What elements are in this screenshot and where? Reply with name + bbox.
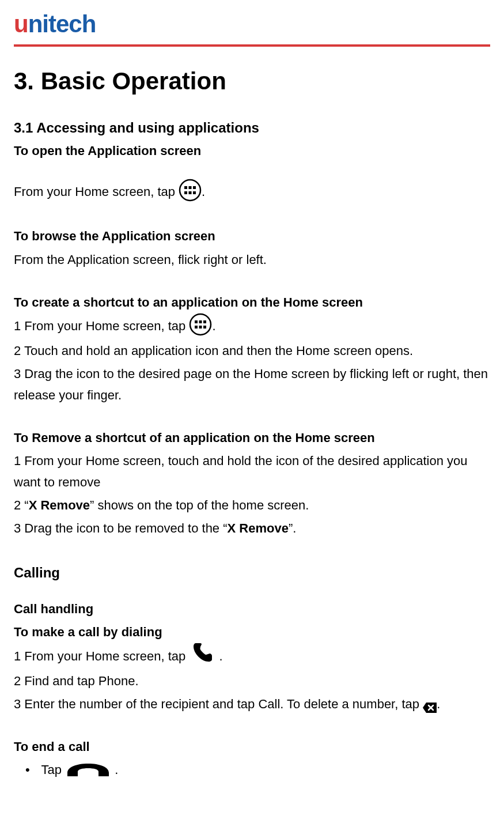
- phone-handset-icon: [189, 641, 219, 664]
- subhead-remove-shortcut: To Remove a shortcut of an application o…: [14, 428, 490, 448]
- calling-heading: Calling: [14, 561, 490, 584]
- make-call-step2: 2 Find and tap Phone.: [14, 671, 490, 692]
- apps-grid-icon: [179, 179, 202, 202]
- create-shortcut-step1: 1 From your Home screen, tap .: [14, 315, 490, 338]
- remove-shortcut-step2: 2 “X Remove” shows on the top of the hom…: [14, 495, 490, 516]
- make-call-head: To make a call by dialing: [14, 622, 490, 643]
- apps-grid-icon: [189, 313, 212, 336]
- remove-shortcut-step3: 3 Drag the icon to be removed to the “X …: [14, 518, 490, 539]
- bullet-icon: •: [25, 762, 30, 777]
- svg-rect-8: [195, 320, 198, 323]
- header-divider: [14, 44, 490, 47]
- end-call-head: To end a call: [14, 737, 490, 757]
- svg-rect-1: [184, 186, 187, 189]
- subhead-open-app-screen: To open the Application screen: [14, 141, 490, 161]
- svg-rect-6: [193, 191, 196, 194]
- logo-rest: nitech: [28, 10, 96, 37]
- end-call-line: • Tap .: [14, 760, 490, 779]
- logo-first-letter: u: [14, 10, 28, 37]
- create-shortcut-step2: 2 Touch and hold an application icon and…: [14, 341, 490, 361]
- create-shortcut-step3: 3 Drag the icon to the desired page on t…: [14, 364, 490, 406]
- svg-rect-13: [203, 326, 206, 328]
- remove-shortcut-step1: 1 From your Home screen, touch and hold …: [14, 451, 490, 493]
- subhead-create-shortcut: To create a shortcut to an application o…: [14, 292, 490, 313]
- svg-rect-3: [193, 186, 196, 189]
- svg-rect-4: [184, 191, 187, 194]
- browse-body: From the Application screen, flick right…: [14, 250, 490, 270]
- svg-rect-12: [199, 326, 202, 328]
- brand-logo: unitech: [14, 6, 490, 42]
- chapter-title: 3. Basic Operation: [14, 63, 490, 99]
- svg-rect-2: [189, 186, 192, 189]
- svg-point-7: [190, 314, 211, 335]
- backspace-delete-icon: [423, 698, 437, 709]
- section-heading-3-1: 3.1 Accessing and using applications: [14, 118, 490, 138]
- svg-rect-9: [199, 320, 202, 323]
- subhead-browse-app-screen: To browse the Application screen: [14, 226, 490, 247]
- call-handling-head: Call handling: [14, 599, 490, 620]
- svg-rect-5: [189, 191, 192, 194]
- svg-point-0: [180, 180, 200, 201]
- svg-rect-11: [195, 326, 198, 328]
- open-app-line: From your Home screen, tap .: [14, 181, 490, 204]
- end-call-icon: [65, 761, 111, 777]
- make-call-step1: 1 From your Home screen, tap .: [14, 645, 490, 669]
- make-call-step3: 3 Enter the number of the recipient and …: [14, 694, 490, 715]
- svg-rect-10: [203, 320, 206, 323]
